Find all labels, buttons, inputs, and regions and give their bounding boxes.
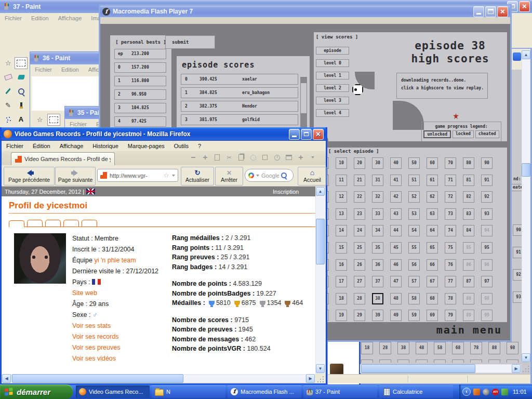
episode-cell[interactable]: 26 (354, 259, 365, 271)
view-scores-button[interactable]: level 4 (316, 109, 349, 117)
scroll-left-arrow[interactable]: ◀ (2, 374, 11, 383)
episode-cell[interactable]: 60 (427, 157, 438, 169)
copy-icon[interactable] (237, 154, 245, 161)
bg-scroll-up-arrow[interactable]: ▲ (522, 50, 530, 59)
episode-cell[interactable]: 39 (372, 310, 383, 321)
episode-cell[interactable]: 59 (408, 310, 420, 321)
team-link[interactable]: yi 'n phie team (94, 257, 136, 264)
episode-cell[interactable]: 30 (372, 157, 383, 169)
minimize-button[interactable] (289, 129, 300, 140)
firefox-titlebar[interactable]: Video Games Records - Profil de yicestmo… (2, 127, 326, 141)
personal-best-row[interactable]: 2 96.950 (114, 89, 166, 100)
avatar[interactable] (14, 233, 66, 284)
episode-cell[interactable]: 78 (445, 293, 456, 304)
personal-best-row[interactable]: 1 116.800 (114, 76, 166, 86)
magnifier-tool-icon[interactable] (15, 85, 28, 97)
episode-score-row[interactable]: 3 381.975 golfkid (181, 114, 298, 125)
bg-grid-cell[interactable]: 58 (434, 342, 446, 354)
url-text[interactable]: http://www.vgr- (110, 172, 161, 179)
personal-best-row[interactable]: 3 104.825 (114, 103, 166, 113)
episode-cell[interactable]: 19 (336, 310, 347, 321)
episode-score-row[interactable]: 2 382.375 Hendor (181, 101, 298, 112)
episode-cell[interactable]: 58 (408, 293, 420, 304)
restore-button[interactable] (301, 129, 312, 140)
episode-cell[interactable]: 83 (463, 208, 474, 220)
pencil-tool-icon[interactable]: ✎ (2, 99, 15, 111)
episode-cell[interactable]: 31 (372, 175, 383, 186)
menu-item[interactable]: Edition (26, 14, 54, 22)
episode-cell[interactable]: 23 (354, 208, 365, 220)
bg-grid-cell[interactable]: 68 (452, 342, 464, 354)
bg-resize-grip[interactable] (523, 365, 530, 372)
close-button[interactable] (519, 1, 530, 12)
minimize-button[interactable] (473, 6, 484, 17)
taskbar-item-paint[interactable]: 37 - Paint (303, 385, 377, 398)
episode-cell[interactable]: 20 (354, 157, 365, 169)
plus-icon[interactable] (202, 154, 209, 161)
episode-cell[interactable]: 66 (427, 259, 438, 271)
episode-cell[interactable]: 76 (445, 259, 456, 271)
refresh-button[interactable]: ↻ Actualiser (181, 167, 214, 185)
freeform-select-tool-icon[interactable]: ☆ (33, 114, 46, 126)
freeform-select-tool-icon[interactable]: ☆ (2, 57, 15, 69)
taskbar-item-firefox[interactable]: Video Games Reco... (76, 385, 150, 398)
episode-cell[interactable]: 18 (336, 293, 347, 304)
menu-item[interactable]: Edition (57, 65, 84, 74)
episode-cell[interactable]: 16 (336, 259, 347, 271)
episode-cell[interactable]: 94 (481, 225, 493, 236)
submit-button[interactable]: submit (165, 35, 215, 49)
episode-cell[interactable]: 65 (427, 242, 438, 254)
taskbar-item-flash[interactable]: f Macromedia Flash ... (228, 385, 301, 398)
search-placeholder[interactable]: Google (261, 172, 279, 179)
episode-cell[interactable]: 79 (445, 310, 456, 321)
menu-item[interactable]: Historique (88, 142, 123, 150)
episode-cell[interactable]: 99 (481, 310, 493, 321)
tray-device-icon[interactable] (483, 389, 489, 395)
episode-cell[interactable]: 63 (427, 208, 438, 220)
profile-tab[interactable] (63, 220, 79, 227)
episode-cell[interactable]: 54 (408, 225, 420, 236)
legend-button[interactable]: locked (453, 130, 474, 138)
episode-cell[interactable]: 85 (463, 242, 474, 254)
main-menu-button[interactable]: main menu (314, 322, 507, 339)
page-vertical-scrollbar[interactable] (315, 187, 326, 374)
personal-best-row[interactable]: 4 97.425 (114, 116, 166, 127)
overflow-chevron-icon[interactable] (309, 154, 316, 161)
select-tool-icon[interactable] (15, 57, 28, 69)
view-scores-button[interactable]: level 3 (316, 97, 349, 104)
episode-cell[interactable]: 46 (390, 259, 402, 271)
episode-cell[interactable]: 73 (445, 208, 456, 220)
history-clock-icon[interactable] (273, 154, 281, 161)
episode-cell[interactable]: 10 (336, 157, 347, 169)
menu-item[interactable]: Édition (28, 142, 55, 150)
episode-cell[interactable]: 29 (354, 310, 365, 321)
flash-menubar[interactable] (100, 17, 510, 24)
tray-usb-icon[interactable] (501, 389, 508, 395)
episode-cell[interactable]: 34 (372, 225, 383, 236)
bg-grid-cell[interactable]: 78 (470, 342, 482, 354)
legend-button[interactable]: cheated (475, 130, 499, 138)
inscription-link[interactable]: Inscription (273, 189, 310, 195)
stop-button[interactable]: ✕ Arrêter (215, 167, 243, 185)
profile-tab[interactable] (9, 220, 24, 227)
hscrollbar-thumb[interactable] (12, 374, 183, 383)
minus-icon[interactable] (190, 154, 197, 161)
episode-cell[interactable]: 42 (390, 191, 402, 203)
bg-scrollbar-thumb[interactable] (522, 163, 530, 177)
profile-tab[interactable] (27, 220, 43, 227)
episode-cell[interactable]: 64 (427, 225, 438, 236)
episode-cell[interactable]: 51 (408, 175, 420, 186)
episode-cell[interactable]: 24 (354, 225, 365, 236)
episode-cell[interactable]: 87 (463, 276, 474, 287)
episode-cell[interactable]: 14 (336, 225, 347, 236)
legend-button[interactable]: unlocked (423, 130, 451, 138)
bg-toolbar-button-fragment[interactable] (513, 52, 521, 61)
episode-cell[interactable]: 55 (408, 242, 420, 254)
bg-vertical-scrollbar[interactable] (522, 50, 530, 362)
episode-cell[interactable]: 70 (445, 157, 456, 169)
profile-link[interactable]: Voir ses records (72, 331, 172, 342)
episode-cell[interactable]: 91 (481, 175, 493, 186)
episode-cell[interactable]: 82 (463, 191, 474, 203)
episode-cell[interactable]: 32 (372, 191, 383, 203)
menu-item[interactable]: Affichage (55, 142, 88, 150)
